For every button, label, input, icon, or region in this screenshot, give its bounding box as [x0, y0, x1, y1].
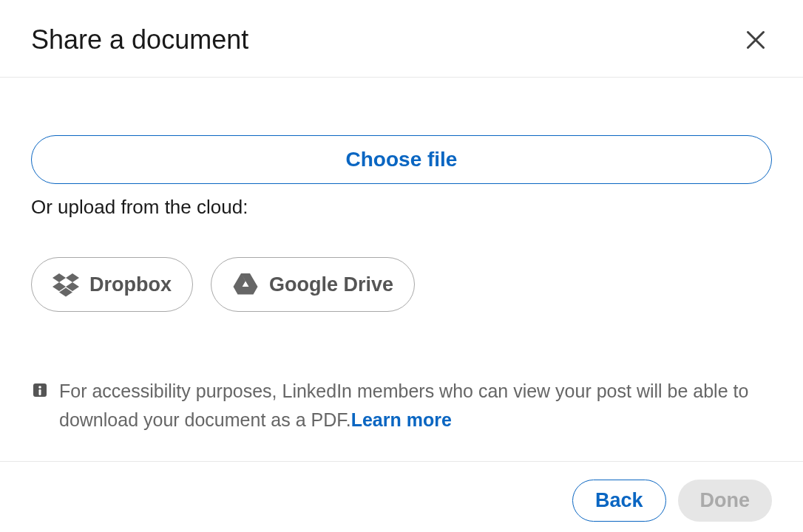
done-button[interactable]: Done [678, 480, 773, 522]
svg-point-1 [38, 386, 41, 389]
svg-rect-2 [39, 389, 41, 395]
cloud-upload-label: Or upload from the cloud: [31, 196, 772, 219]
learn-more-link[interactable]: Learn more [351, 409, 452, 430]
modal-body: Choose file Or upload from the cloud: Dr… [0, 78, 803, 461]
modal-header: Share a document [0, 0, 803, 78]
back-button[interactable]: Back [572, 480, 666, 522]
cloud-buttons-row: Dropbox Google Drive [31, 257, 772, 312]
close-button[interactable] [739, 24, 772, 56]
google-drive-icon [232, 271, 259, 298]
dropbox-icon [52, 271, 79, 298]
choose-file-button[interactable]: Choose file [31, 135, 772, 184]
share-document-modal: Share a document Choose file Or upload f… [0, 0, 803, 532]
dropbox-label: Dropbox [89, 273, 172, 296]
accessibility-info: For accessibility purposes, LinkedIn mem… [31, 377, 772, 434]
close-icon [742, 27, 769, 53]
google-drive-button[interactable]: Google Drive [211, 257, 415, 312]
modal-footer: Back Done [0, 461, 803, 533]
info-icon [31, 381, 49, 399]
modal-title: Share a document [31, 24, 248, 55]
google-drive-label: Google Drive [269, 273, 393, 296]
dropbox-button[interactable]: Dropbox [31, 257, 193, 312]
info-text-container: For accessibility purposes, LinkedIn mem… [59, 377, 772, 434]
